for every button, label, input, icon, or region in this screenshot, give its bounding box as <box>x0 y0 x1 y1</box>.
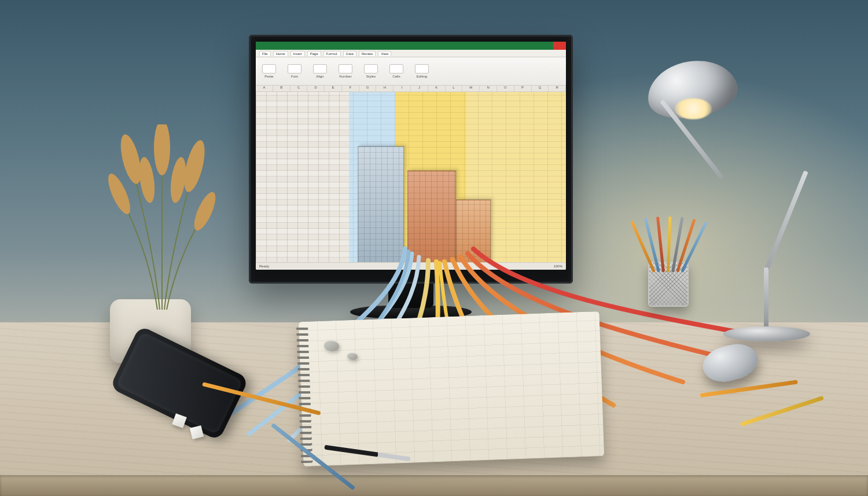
scene-root: File Home Insert Page Formul. Data Revie… <box>0 0 868 496</box>
svg-point-2 <box>180 138 208 194</box>
tab-insert[interactable]: Insert <box>290 51 305 56</box>
lamp-light-icon <box>675 98 712 119</box>
monitor-bezel: File Home Insert Page Formul. Data Revie… <box>249 35 573 284</box>
ribbon-group[interactable]: Editing <box>413 64 431 78</box>
ribbon-group[interactable]: Number <box>337 64 354 78</box>
chart-bar-2 <box>407 171 456 269</box>
ribbon-group[interactable]: Paste <box>260 64 278 78</box>
svg-point-1 <box>154 124 170 175</box>
chart-bar-1 <box>358 146 404 269</box>
tab-page[interactable]: Page <box>307 51 321 56</box>
pampas-grass <box>102 124 218 310</box>
window-close-button[interactable] <box>553 42 566 50</box>
tab-data[interactable]: Data <box>343 51 356 56</box>
rock <box>347 353 358 360</box>
column-headers[interactable]: ABC DEF GHI JKL MNO PQR <box>256 86 566 92</box>
tab-home[interactable]: Home <box>273 51 288 56</box>
monitor-stand <box>388 280 433 308</box>
ribbon-group[interactable]: Align <box>311 64 329 78</box>
app-titlebar <box>256 42 566 50</box>
tab-review[interactable]: Review <box>359 51 376 56</box>
svg-point-4 <box>190 189 218 233</box>
embedded-3d-bar-chart <box>374 136 507 269</box>
zoom-level[interactable]: 100% <box>554 264 562 268</box>
desk-edge <box>0 475 868 496</box>
chart-bar-3 <box>456 200 491 269</box>
tab-view[interactable]: View <box>378 51 391 56</box>
ribbon-tabs[interactable]: File Home Insert Page Formul. Data Revie… <box>256 50 566 57</box>
status-bar: Ready 100% <box>256 262 566 270</box>
tab-file[interactable]: File <box>259 51 271 56</box>
svg-point-3 <box>104 171 135 216</box>
desk-lamp <box>642 64 816 341</box>
svg-point-5 <box>137 156 157 204</box>
svg-point-0 <box>117 133 145 186</box>
ribbon-group[interactable]: Styles <box>362 64 380 78</box>
ribbon-group[interactable]: Cells <box>388 64 405 78</box>
monitor: File Home Insert Page Formul. Data Revie… <box>249 35 573 284</box>
svg-point-6 <box>168 156 189 204</box>
status-ready: Ready <box>259 264 269 268</box>
worksheet-grid[interactable] <box>256 92 566 269</box>
ribbon: Paste Font Align Number Styles Cells Edi… <box>256 57 566 86</box>
ribbon-group[interactable]: Font <box>286 64 303 78</box>
spiral-notebook <box>299 311 604 466</box>
tab-formulas[interactable]: Formul. <box>323 51 341 56</box>
rock <box>324 341 339 351</box>
spreadsheet-screen: File Home Insert Page Formul. Data Revie… <box>256 42 566 270</box>
